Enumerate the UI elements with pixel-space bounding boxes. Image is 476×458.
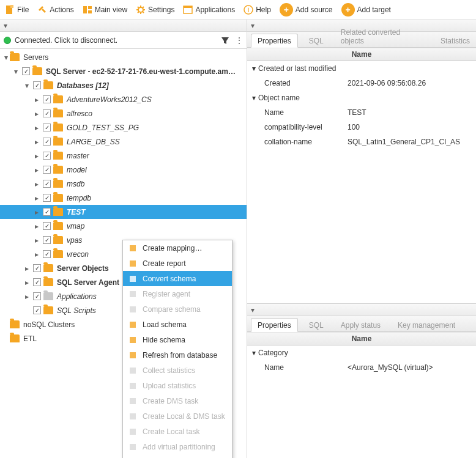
chevron-down-icon[interactable]: ▾ <box>2 53 10 62</box>
checkbox[interactable] <box>43 194 51 202</box>
tree-node-database[interactable]: ▸msdb <box>0 177 247 191</box>
property-row[interactable]: compatibility-level100 <box>247 120 476 135</box>
context-menu-item[interactable]: Convert schema <box>123 271 232 286</box>
applications-menu[interactable]: Applications <box>183 5 235 15</box>
checkbox[interactable] <box>43 109 51 117</box>
property-row[interactable]: Created2021-09-06 09:56:08.26 <box>247 76 476 90</box>
chevron-right-icon[interactable]: ▸ <box>23 278 31 287</box>
chevron-right-icon[interactable]: ▸ <box>23 264 31 273</box>
chevron-right-icon[interactable]: ▸ <box>33 180 40 188</box>
checkbox[interactable] <box>33 278 41 286</box>
checkbox[interactable] <box>43 250 51 258</box>
property-group[interactable]: ▾Created or last modified <box>247 61 476 76</box>
checkbox[interactable] <box>43 124 51 131</box>
checkbox[interactable] <box>33 306 41 314</box>
checkbox[interactable] <box>33 292 41 300</box>
context-menu-item[interactable]: Create report <box>123 256 232 271</box>
tab[interactable]: Statistics <box>434 34 476 47</box>
chevron-right-icon[interactable]: ▸ <box>23 292 31 301</box>
property-row[interactable]: collation-nameSQL_Latin1_General_CP1_CI_… <box>247 135 476 149</box>
property-group[interactable]: ▾Object name <box>247 90 476 105</box>
tab[interactable]: SQL <box>303 34 330 47</box>
tree-node-databases[interactable]: ▾ Databases [12] <box>0 78 247 92</box>
properties-top-panel: PropertiesSQLRelated converted objectsSt… <box>247 32 476 303</box>
tree-node-database[interactable]: ▸alfresco <box>0 106 247 120</box>
property-row[interactable]: Name<Aurora_MySQL (virtual)> <box>247 360 476 375</box>
main-toolbar: File Actions Main view Settings Applicat… <box>0 0 476 20</box>
mainview-menu[interactable]: Main view <box>83 5 127 15</box>
context-menu-item[interactable]: Load schema <box>123 317 232 332</box>
chevron-right-icon[interactable]: ▸ <box>33 138 40 146</box>
property-group[interactable]: ▾Category <box>247 345 476 360</box>
chevron-right-icon[interactable]: ▸ <box>33 222 40 231</box>
help-menu[interactable]: i Help <box>244 5 271 15</box>
checkbox[interactable] <box>43 180 51 188</box>
file-menu[interactable]: File <box>5 5 29 15</box>
status-text: Connected. Click to disconnect. <box>15 36 117 45</box>
tree-node-database[interactable]: ▸master <box>0 149 247 163</box>
tree-node-database[interactable]: ▸tempdb <box>0 191 247 205</box>
checkbox[interactable] <box>43 208 51 216</box>
property-row[interactable]: NameTEST <box>247 105 476 120</box>
checkbox[interactable] <box>43 95 51 103</box>
svg-rect-15 <box>130 322 136 328</box>
property-value: 100 <box>348 123 360 131</box>
tab[interactable]: SQL <box>303 319 330 331</box>
bottom-collapse-bar[interactable]: ▾ <box>247 304 476 316</box>
left-collapse-bar[interactable]: ▾ <box>0 20 247 32</box>
group-label: Object name <box>258 94 300 102</box>
checkbox[interactable] <box>43 222 51 230</box>
tab[interactable]: Key management <box>392 319 461 331</box>
chevron-right-icon[interactable]: ▸ <box>33 166 40 174</box>
tabs-bottom: PropertiesSQLApply statusKey management <box>247 316 476 332</box>
add-target-button[interactable]: + Add target <box>341 3 391 17</box>
tab[interactable]: Properties <box>251 34 298 48</box>
context-menu-item[interactable]: Hide schema <box>123 332 232 347</box>
tree-node-database[interactable]: ▸model <box>0 163 247 177</box>
chevron-down-icon[interactable]: ▾ <box>252 94 256 102</box>
context-menu-item[interactable]: Refresh from database <box>123 347 232 363</box>
tree-node-database[interactable]: ▸GOLD_TEST_SS_PG <box>0 120 247 135</box>
more-icon[interactable]: ⋮ <box>236 36 243 45</box>
context-menu-item[interactable]: Create mapping… <box>123 240 232 256</box>
checkbox[interactable] <box>43 166 51 174</box>
connection-status-bar[interactable]: Connected. Click to disconnect. ⋮ <box>0 32 247 49</box>
column-header: Name <box>247 48 476 61</box>
context-menu-item: Register agent <box>123 286 232 301</box>
tree-node-database[interactable]: ▸AdventureWorks2012_CS <box>0 92 247 106</box>
chevron-down-icon[interactable]: ▾ <box>252 64 256 73</box>
tree-node-database[interactable]: ▸vmap <box>0 219 247 233</box>
add-source-button[interactable]: + Add source <box>280 3 333 17</box>
tab[interactable]: Related converted objects <box>335 26 430 47</box>
chevron-right-icon[interactable]: ▸ <box>33 194 40 202</box>
tree-node-database[interactable]: ▸LARGE_DB_SS <box>0 135 247 149</box>
chevron-right-icon[interactable]: ▸ <box>33 124 40 132</box>
chevron-down-icon[interactable]: ▾ <box>23 81 31 90</box>
chevron-right-icon[interactable]: ▸ <box>33 208 40 216</box>
checkbox[interactable] <box>43 236 51 244</box>
context-menu-item[interactable]: Save as SQL <box>123 454 232 458</box>
chevron-right-icon[interactable]: ▸ <box>33 250 40 259</box>
tree-label: AdventureWorks2012_CS <box>65 95 152 104</box>
chevron-down-icon[interactable]: ▾ <box>252 349 256 357</box>
checkbox[interactable] <box>33 81 41 89</box>
settings-menu[interactable]: Settings <box>136 5 174 15</box>
tree-node-sqlserver[interactable]: ▾ SQL Server - ec2-52-17-21-76.eu-west-1… <box>0 64 247 78</box>
actions-menu[interactable]: Actions <box>37 5 73 15</box>
tab[interactable]: Apply status <box>335 319 387 331</box>
checkbox[interactable] <box>43 152 51 160</box>
chevron-right-icon[interactable]: ▸ <box>33 95 40 104</box>
checkbox[interactable] <box>22 67 30 75</box>
server-tree[interactable]: ▾ Servers ▾ SQL Server - ec2-52-17-21-76… <box>0 49 247 458</box>
chevron-right-icon[interactable]: ▸ <box>33 152 40 160</box>
tree-node-servers[interactable]: ▾ Servers <box>0 50 247 64</box>
checkbox[interactable] <box>33 264 41 272</box>
checkbox[interactable] <box>43 138 51 146</box>
tree-node-database[interactable]: ▸TEST <box>0 205 247 219</box>
chevron-right-icon[interactable]: ▸ <box>33 109 40 118</box>
filter-icon[interactable] <box>221 36 229 45</box>
tab[interactable]: Properties <box>251 318 298 332</box>
chevron-down-icon[interactable]: ▾ <box>12 67 20 76</box>
chevron-right-icon[interactable]: ▸ <box>33 236 40 245</box>
menu-item-icon <box>128 381 138 391</box>
